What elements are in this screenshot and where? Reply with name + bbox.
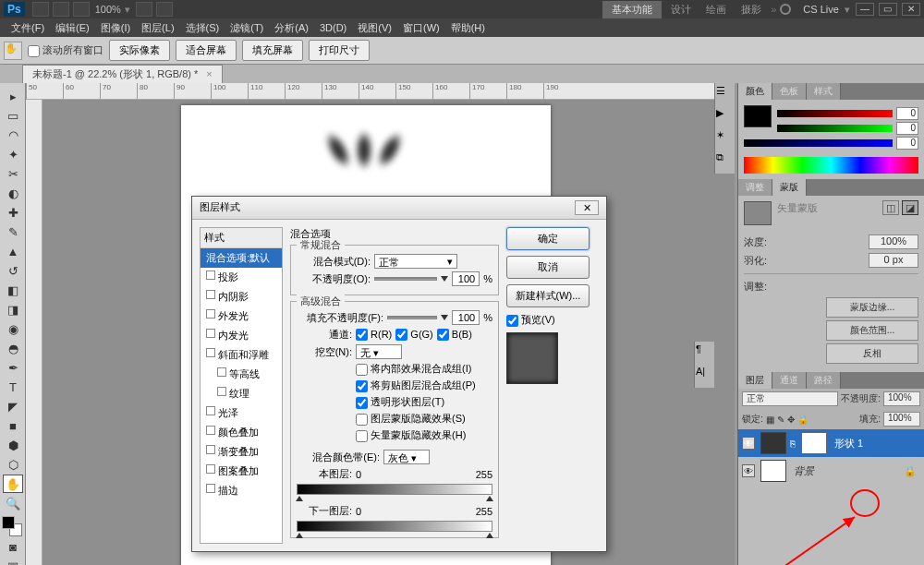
- menu-layer[interactable]: 图层(L): [136, 21, 179, 35]
- b-slider[interactable]: [744, 139, 893, 147]
- style-item-dropshadow[interactable]: 投影: [201, 268, 282, 287]
- menu-analysis[interactable]: 分析(A): [269, 21, 314, 35]
- workspace-link[interactable]: 摄影: [736, 3, 767, 17]
- cslive-button[interactable]: CS Live: [803, 4, 839, 15]
- move-tool-icon[interactable]: ▸: [3, 87, 23, 105]
- dialog-close-icon[interactable]: ✕: [575, 200, 599, 215]
- layer-fill-value[interactable]: 100%: [883, 412, 920, 427]
- density-value[interactable]: 100%: [869, 234, 918, 249]
- new-style-button[interactable]: 新建样式(W)...: [506, 284, 590, 307]
- menu-3d[interactable]: 3D(D): [314, 22, 352, 33]
- layer-visibility-icon[interactable]: 👁: [742, 464, 755, 477]
- preview-check[interactable]: 预览(V): [506, 314, 555, 325]
- layer-thumb[interactable]: [760, 432, 786, 454]
- invert-button[interactable]: 反相: [826, 343, 918, 364]
- zoom-tool-icon[interactable]: 🔍: [3, 494, 23, 512]
- wand-tool-icon[interactable]: ✦: [3, 145, 23, 163]
- style-item-stroke[interactable]: 描边: [201, 481, 282, 500]
- blur-tool-icon[interactable]: ◉: [3, 319, 23, 338]
- close-tab-icon[interactable]: ×: [206, 68, 212, 79]
- tab-channels[interactable]: 通道: [772, 372, 807, 389]
- minimize-button[interactable]: —: [856, 3, 874, 16]
- style-item-patternoverlay[interactable]: 图案叠加: [201, 462, 282, 481]
- screen-mode-icon[interactable]: [73, 2, 90, 17]
- g-slider[interactable]: [777, 125, 893, 132]
- eraser-tool-icon[interactable]: ◧: [3, 281, 23, 299]
- menu-window[interactable]: 窗口(W): [397, 21, 445, 35]
- menu-help[interactable]: 帮助(H): [445, 21, 491, 35]
- maximize-button[interactable]: ▭: [879, 3, 897, 16]
- style-item-texture[interactable]: 纹理: [201, 384, 282, 403]
- lock-pos-icon[interactable]: ✥: [787, 415, 795, 425]
- g-value[interactable]: 0: [896, 122, 918, 135]
- workspace-link[interactable]: 设计: [665, 3, 697, 17]
- close-button[interactable]: ✕: [902, 3, 920, 16]
- actions-panel-icon[interactable]: ▶: [716, 107, 735, 127]
- lasso-tool-icon[interactable]: ◠: [3, 126, 23, 144]
- paragraph-panel-icon[interactable]: ¶: [696, 343, 714, 364]
- ch-b-check[interactable]: B(B): [437, 329, 472, 342]
- menu-filter[interactable]: 滤镜(T): [225, 21, 269, 35]
- vector-mask-thumb[interactable]: [801, 432, 827, 454]
- eyedrop-tool-icon[interactable]: ◐: [3, 184, 23, 202]
- fill-opacity-input[interactable]: 100: [452, 310, 480, 325]
- hand-tool-icon[interactable]: ✋: [3, 475, 23, 493]
- print-size-button[interactable]: 打印尺寸: [309, 40, 370, 61]
- layer-thumb[interactable]: [760, 460, 786, 482]
- ch-r-check[interactable]: R(R): [356, 329, 392, 342]
- blend-if-select[interactable]: 灰色 ▾: [383, 450, 430, 464]
- quickmask-icon[interactable]: ◙: [3, 537, 23, 556]
- gradient-tool-icon[interactable]: ◨: [3, 300, 23, 319]
- hand-tool-icon[interactable]: ✋: [4, 42, 22, 60]
- style-item-outerglow[interactable]: 外发光: [201, 307, 282, 326]
- history-brush-icon[interactable]: ↺: [3, 261, 23, 280]
- workspace-basic-button[interactable]: 基本功能: [602, 1, 662, 18]
- layer-row-shape1[interactable]: 👁 ⎘ 形状 1: [738, 429, 924, 457]
- color-swatch[interactable]: [744, 105, 772, 127]
- tab-color[interactable]: 颜色: [738, 83, 772, 100]
- document-tab[interactable]: 未标题-1 @ 22.2% (形状 1, RGB/8) * ×: [22, 65, 223, 83]
- zoom-label[interactable]: 100%: [95, 4, 121, 15]
- pen-tool-icon[interactable]: ✒: [3, 358, 23, 377]
- feather-value[interactable]: 0 px: [869, 253, 918, 268]
- tab-layers[interactable]: 图层: [738, 372, 772, 389]
- tab-swatches[interactable]: 色板: [772, 83, 807, 100]
- r-slider[interactable]: [777, 110, 893, 117]
- guides-icon[interactable]: [156, 2, 173, 17]
- lock-pixel-icon[interactable]: ✎: [777, 415, 784, 425]
- color-range-button[interactable]: 颜色范围...: [826, 320, 918, 341]
- fit-screen-button[interactable]: 适合屏幕: [176, 40, 237, 61]
- r-value[interactable]: 0: [896, 107, 918, 120]
- layer-visibility-icon[interactable]: 👁: [742, 437, 755, 450]
- this-layer-gradient[interactable]: [297, 484, 492, 495]
- under-layer-gradient[interactable]: [297, 521, 492, 532]
- fill-screen-button[interactable]: 填充屏幕: [242, 40, 303, 61]
- menu-edit[interactable]: 编辑(E): [50, 21, 95, 35]
- layer-name[interactable]: 背景: [794, 464, 814, 478]
- actual-pixels-button[interactable]: 实际像素: [109, 40, 170, 61]
- menu-view[interactable]: 视图(V): [352, 21, 397, 35]
- 3d-tool-icon[interactable]: ⬢: [3, 436, 23, 454]
- layer-opacity-value[interactable]: 100%: [883, 391, 920, 406]
- blend-mode-select[interactable]: 正常: [742, 391, 838, 406]
- menu-file[interactable]: 文件(F): [6, 21, 50, 35]
- tab-styles[interactable]: 样式: [807, 83, 841, 100]
- brush-tool-icon[interactable]: ✎: [3, 222, 23, 241]
- brushes-panel-icon[interactable]: ✶: [716, 129, 735, 150]
- shape-tool-icon[interactable]: ■: [3, 416, 23, 435]
- marquee-tool-icon[interactable]: ▭: [3, 106, 23, 125]
- menu-image[interactable]: 图像(I): [95, 21, 136, 35]
- fg-bg-swatches[interactable]: [2, 516, 22, 536]
- opacity-input[interactable]: 100: [452, 271, 480, 286]
- blend-mode-select[interactable]: 正常 ▾: [374, 254, 457, 269]
- adv-check-2[interactable]: 将剪贴图层混合成组(P): [356, 379, 476, 392]
- heal-tool-icon[interactable]: ✚: [3, 203, 23, 222]
- adv-check-3[interactable]: 透明形状图层(T): [356, 395, 444, 409]
- dodge-tool-icon[interactable]: ◓: [3, 339, 23, 357]
- scroll-all-check[interactable]: 滚动所有窗口: [28, 43, 103, 57]
- window-arrange-icon[interactable]: [32, 2, 49, 17]
- fill-opacity-slider[interactable]: [387, 316, 437, 319]
- screenmode-icon[interactable]: ▣: [3, 557, 23, 565]
- clone-panel-icon[interactable]: ⧉: [716, 151, 735, 172]
- vector-mask-icon[interactable]: ◪: [902, 200, 918, 215]
